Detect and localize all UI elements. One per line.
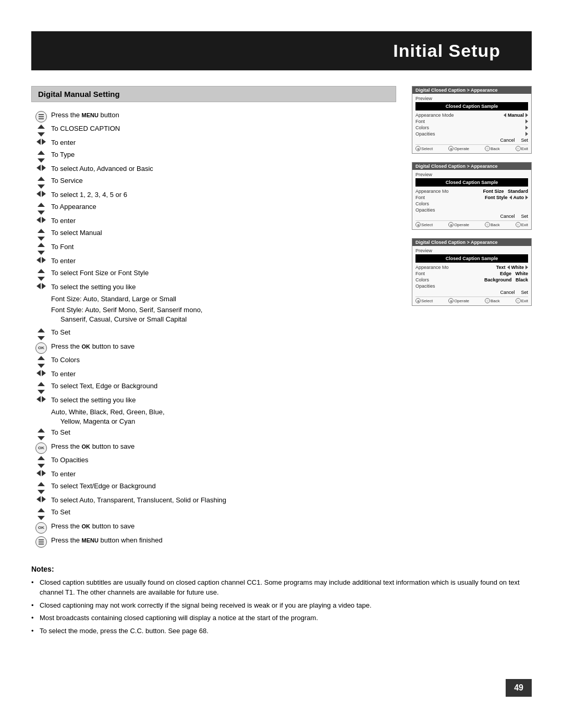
ok-icon: OK	[31, 342, 51, 354]
screen-body-2: Preview Closed Caption Sample Appearance…	[412, 170, 531, 229]
lr-icon	[31, 282, 51, 289]
lr-icon	[31, 496, 51, 502]
list-item: To select 1, 2, 3, 4, 5 or 6	[31, 190, 396, 201]
screen-row-cancel-set-2: Cancel Set	[415, 214, 528, 219]
list-item: Press the MENU button	[31, 110, 396, 122]
updown-icon	[31, 355, 51, 368]
updown-icon	[31, 228, 51, 241]
page-number: 49	[506, 679, 532, 697]
ok-icon: OK	[31, 522, 51, 534]
list-item: To select the mode, press the C.C. butto…	[31, 626, 532, 636]
screen-row-font: Font	[415, 119, 528, 124]
updown-icon	[31, 124, 51, 137]
lr-icon	[31, 369, 51, 376]
screen-row-background: Colors Background Black	[415, 277, 528, 282]
preview-label-2: Preview	[415, 172, 528, 177]
list-item: To Set	[31, 428, 396, 440]
updown-icon	[31, 202, 51, 215]
list-item: To select the setting you like	[31, 396, 396, 406]
updown-icon	[31, 150, 51, 163]
list-item: Closed caption subtitles are usually fou…	[31, 577, 532, 598]
left-column: Digital Manual Setting Press the MENU bu…	[31, 86, 396, 549]
screen-row-cancel-set-3: Cancel Set	[415, 290, 528, 295]
lr-icon	[31, 216, 51, 223]
page-header: Initial Setup	[31, 31, 532, 70]
list-item: To enter	[31, 138, 396, 149]
list-item: Press the MENU button when finished	[31, 536, 396, 548]
caption-sample-1: Closed Caption Sample	[415, 102, 528, 110]
updown-icon	[31, 455, 51, 468]
list-item: To Type	[31, 150, 396, 163]
screen-row-fontsize: Appearance Mo Font Size Standard	[415, 189, 528, 194]
section-title: Digital Manual Setting	[31, 86, 396, 102]
updown-icon	[31, 428, 51, 440]
list-item: To Set	[31, 328, 396, 340]
screen-row-opacities: Opacities	[415, 131, 528, 137]
list-item: To Colors	[31, 355, 396, 368]
updown-icon	[31, 508, 51, 520]
menu-icon	[31, 536, 51, 548]
list-item: To select Font Size or Font Style	[31, 268, 396, 281]
lr-icon	[31, 396, 51, 402]
instructions-group-final: Press the MENU button when finished	[31, 536, 396, 548]
screen-row-colors-2: Colors	[415, 201, 528, 206]
list-item: To enter	[31, 216, 396, 227]
screen-row-opacities-3: Opacities	[415, 283, 528, 289]
content-area: Digital Manual Setting Press the MENU bu…	[31, 86, 532, 549]
screen-mockup-1: Digital Closed Caption > Appearance Prev…	[412, 86, 532, 154]
list-item: OK Press the OK button to save	[31, 442, 396, 454]
lr-icon	[31, 256, 51, 263]
list-item: Most broadcasts containing closed captio…	[31, 613, 532, 623]
list-item: To select the setting you like	[31, 282, 396, 293]
screen-row-fontstyle: Font Font Style Auto	[415, 195, 528, 200]
screen-buttons-1: ⊕ Select ⊕ Operate ○ Back ○ Exit	[415, 144, 528, 151]
screen-buttons-3: ⊕ Select ⊕ Operate ○ Back ○ Exit	[415, 297, 528, 303]
list-item: To select Manual	[31, 228, 396, 241]
screen-title-2: Digital Closed Caption > Appearance	[412, 163, 531, 170]
list-item: To Font	[31, 242, 396, 255]
instructions-group-1: Press the MENU button To CLOSED CAPTION …	[31, 110, 396, 293]
updown-icon	[31, 268, 51, 281]
notes-title: Notes:	[31, 565, 532, 573]
instructions-group-2: To Set OK Press the OK button to save To…	[31, 328, 396, 534]
list-item: To select Auto, Advanced or Basic	[31, 164, 396, 175]
screen-buttons-2: ⊕ Select ⊕ Operate ○ Back ○ Exit	[415, 220, 528, 227]
list-item: OK Press the OK button to save	[31, 342, 396, 354]
list-item: OK Press the OK button to save	[31, 522, 396, 534]
screen-row-appearance: Appearance Mode Manual	[415, 113, 528, 118]
lr-icon	[31, 164, 51, 171]
screen-body-3: Preview Closed Caption Sample Appearance…	[412, 246, 531, 305]
list-item: To CLOSED CAPTION	[31, 124, 396, 137]
caption-sample-2: Closed Caption Sample	[415, 178, 528, 187]
list-item: To select Auto, Transparent, Translucent…	[31, 496, 396, 506]
page-title: Initial Setup	[31, 41, 500, 61]
list-item: To select Text/Edge or Background	[31, 482, 396, 494]
lr-icon	[31, 470, 51, 476]
screen-mockup-3: Digital Closed Caption > Appearance Prev…	[412, 238, 532, 306]
screen-body-1: Preview Closed Caption Sample Appearance…	[412, 94, 531, 153]
updown-icon	[31, 242, 51, 255]
notes-list: Closed caption subtitles are usually fou…	[31, 577, 532, 636]
list-item: Closed captioning may not work correctly…	[31, 600, 532, 611]
lr-icon	[31, 190, 51, 197]
preview-label-1: Preview	[415, 96, 528, 101]
screen-row-opacities-2: Opacities	[415, 207, 528, 213]
notes-section: Notes: Closed caption subtitles are usua…	[31, 565, 532, 636]
ok-icon: OK	[31, 442, 51, 454]
list-item: To Appearance	[31, 202, 396, 215]
font-style-note: Font Style: Auto, Serif Mono, Serif, San…	[51, 305, 396, 324]
updown-icon	[31, 176, 51, 189]
menu-icon	[31, 110, 51, 122]
color-note: Auto, White, Black, Red, Green, Blue, Ye…	[51, 408, 396, 426]
lr-icon	[31, 138, 51, 145]
screen-row-text: Appearance Mo Text White	[415, 265, 528, 270]
updown-icon	[31, 482, 51, 494]
list-item: To enter	[31, 369, 396, 380]
screen-row-edge: Font Edge White	[415, 271, 528, 276]
updown-icon	[31, 328, 51, 340]
caption-sample-3: Closed Caption Sample	[415, 254, 528, 263]
right-column: Digital Closed Caption > Appearance Prev…	[412, 86, 532, 549]
list-item: To Set	[31, 508, 396, 520]
font-size-note: Font Size: Auto, Standard, Large or Smal…	[51, 294, 396, 304]
screen-row-colors: Colors	[415, 125, 528, 130]
